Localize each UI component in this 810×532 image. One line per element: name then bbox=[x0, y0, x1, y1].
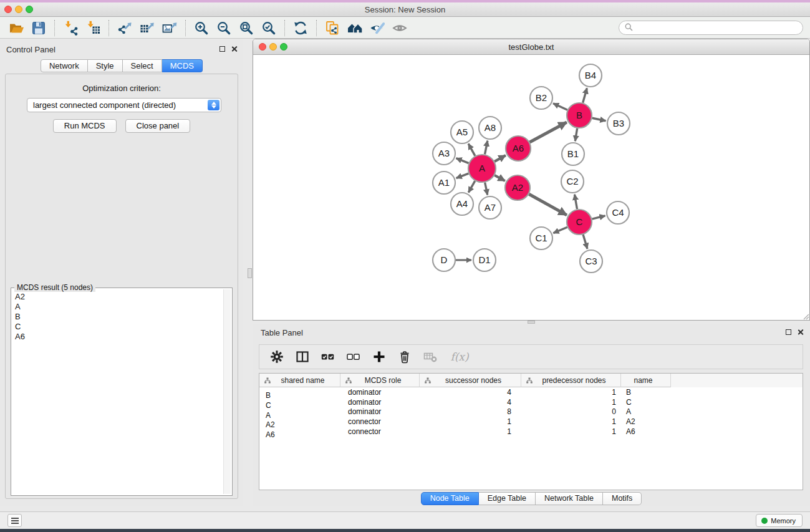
graph-edge-B-B1[interactable] bbox=[575, 128, 577, 142]
select-stepper-icon[interactable] bbox=[208, 100, 219, 110]
tab-mcds[interactable]: MCDS bbox=[162, 59, 203, 72]
zoom-selected-button[interactable] bbox=[258, 19, 280, 37]
result-item[interactable]: C bbox=[13, 322, 222, 332]
control-panel-title: Control Panel bbox=[6, 45, 55, 54]
export-image-button[interactable] bbox=[158, 19, 181, 37]
mcds-result-list[interactable]: A2ABCA6 bbox=[13, 292, 222, 493]
export-network-button[interactable] bbox=[113, 19, 136, 37]
result-item[interactable]: A2 bbox=[13, 292, 222, 302]
search-input[interactable] bbox=[619, 21, 803, 35]
split-columns-button[interactable] bbox=[295, 349, 310, 364]
graph-node-label: D bbox=[441, 254, 448, 265]
table-settings-button[interactable] bbox=[269, 349, 284, 364]
graph-edge-B-B4[interactable] bbox=[583, 88, 587, 103]
table-cell: 4 bbox=[420, 388, 521, 397]
zoom-out-button[interactable] bbox=[213, 19, 235, 37]
graph-edge-C-C3[interactable] bbox=[583, 235, 587, 249]
graph-edge-A-A5[interactable] bbox=[468, 143, 475, 155]
memory-indicator-icon bbox=[761, 518, 768, 524]
add-column-button[interactable] bbox=[372, 349, 387, 364]
refresh-button[interactable] bbox=[289, 19, 312, 37]
result-item[interactable]: B bbox=[13, 312, 222, 322]
function-builder-button[interactable]: f(x) bbox=[448, 349, 471, 364]
graph-edge-C-C2[interactable] bbox=[575, 195, 577, 210]
graph-edge-C-C1[interactable] bbox=[553, 227, 567, 233]
mcds-result-group: MCDS result (5 nodes) A2ABCA6 bbox=[11, 288, 233, 496]
column-header-label: predecessor nodes bbox=[533, 376, 620, 385]
table-cell: C bbox=[621, 398, 671, 407]
graph-edge-B-B3[interactable] bbox=[592, 118, 606, 121]
eye-icon bbox=[392, 21, 407, 36]
table-row[interactable]: A2connector11A2 bbox=[259, 417, 803, 427]
clone-network-button[interactable] bbox=[321, 19, 344, 37]
tab-network-table[interactable]: Network Table bbox=[536, 492, 603, 505]
hide-eye-button[interactable] bbox=[366, 19, 388, 37]
zoom-fit-icon bbox=[239, 21, 254, 36]
zoom-fit-button[interactable] bbox=[235, 19, 258, 37]
graph-edge-A-A1[interactable] bbox=[456, 173, 469, 178]
import-network-button[interactable] bbox=[59, 19, 82, 37]
delete-table-button[interactable] bbox=[423, 349, 438, 364]
graph-edge-A-A7[interactable] bbox=[485, 183, 488, 195]
result-item[interactable]: A bbox=[13, 302, 222, 312]
node-table[interactable]: shared nameMCDS rolesuccessor nodesprede… bbox=[259, 373, 803, 490]
show-eye-button[interactable] bbox=[388, 19, 411, 37]
graph-edge-B-B2[interactable] bbox=[553, 104, 567, 110]
mcds-panel: Optimization criterion: largest connecte… bbox=[5, 74, 238, 499]
zoom-in-button[interactable] bbox=[190, 19, 213, 37]
graph-edge-A6-B[interactable] bbox=[529, 122, 566, 142]
table-row[interactable]: A6connector11A6 bbox=[259, 427, 803, 437]
float-table-panel-icon[interactable] bbox=[786, 329, 791, 335]
table-row[interactable]: Cdominator41C bbox=[259, 397, 803, 407]
column-header-predecessor-nodes[interactable]: predecessor nodes bbox=[521, 374, 621, 387]
resize-grip-icon[interactable] bbox=[801, 312, 809, 320]
table-panel-title: Table Panel bbox=[261, 328, 303, 337]
criterion-select[interactable]: largest connected component (directed) bbox=[27, 98, 221, 112]
refresh-icon bbox=[293, 21, 308, 36]
export-table-button[interactable] bbox=[136, 19, 158, 37]
graph-edge-A-A8[interactable] bbox=[485, 141, 488, 155]
close-panel-icon[interactable] bbox=[231, 46, 238, 52]
graph-edge-A-A4[interactable] bbox=[468, 181, 475, 193]
houses-button[interactable] bbox=[344, 19, 366, 37]
memory-button[interactable]: Memory bbox=[756, 514, 803, 527]
table-cell: 1 bbox=[521, 427, 621, 436]
result-list-scrollbar[interactable] bbox=[223, 289, 231, 494]
float-panel-icon[interactable] bbox=[219, 46, 225, 52]
tab-edge-table[interactable]: Edge Table bbox=[479, 492, 536, 505]
save-session-button[interactable] bbox=[27, 19, 50, 37]
graph-edge-A-A2[interactable] bbox=[494, 175, 505, 181]
tab-node-table[interactable]: Node Table bbox=[421, 492, 479, 505]
close-table-panel-icon[interactable] bbox=[797, 329, 804, 336]
column-header-successor-nodes[interactable]: successor nodes bbox=[420, 374, 521, 387]
network-canvas[interactable]: AA1A3A5A8A4A7A6A2BB1B2B3B4CC1C2C3C4DD1 bbox=[253, 55, 809, 320]
network-graph[interactable]: AA1A3A5A8A4A7A6A2BB1B2B3B4CC1C2C3C4DD1 bbox=[253, 55, 809, 320]
table-row[interactable]: Adominator80A bbox=[259, 407, 803, 417]
tab-motifs[interactable]: Motifs bbox=[603, 492, 642, 505]
tab-select[interactable]: Select bbox=[123, 59, 162, 72]
open-session-button[interactable] bbox=[5, 19, 27, 37]
import-table-icon bbox=[85, 21, 100, 36]
graph-edge-A2-C[interactable] bbox=[529, 194, 567, 215]
split-handle-vertical[interactable] bbox=[248, 268, 252, 278]
run-mcds-button[interactable]: Run MCDS bbox=[53, 119, 117, 133]
graph-edge-C-C4[interactable] bbox=[592, 216, 605, 219]
tab-style[interactable]: Style bbox=[88, 59, 123, 72]
graph-edge-A-A3[interactable] bbox=[456, 158, 469, 163]
table-cell: 0 bbox=[521, 407, 621, 416]
import-table-button[interactable] bbox=[82, 19, 104, 37]
panel-chooser-button[interactable] bbox=[7, 514, 22, 527]
select-all-columns-button[interactable] bbox=[321, 349, 335, 364]
graph-edge-A-A6[interactable] bbox=[494, 155, 506, 162]
table-cell: A2 bbox=[621, 417, 671, 426]
column-header-name[interactable]: name bbox=[621, 374, 671, 387]
graph-node-label: C bbox=[576, 216, 583, 227]
table-row[interactable]: Bdominator41B bbox=[259, 387, 803, 397]
delete-column-button[interactable] bbox=[397, 349, 412, 364]
deselect-all-columns-button[interactable] bbox=[346, 349, 361, 364]
result-item[interactable]: A6 bbox=[13, 332, 222, 342]
network-window-titlebar[interactable]: testGlobe.txt bbox=[253, 39, 809, 55]
close-panel-button[interactable]: Close panel bbox=[125, 119, 191, 133]
tab-network[interactable]: Network bbox=[41, 59, 88, 72]
column-header-MCDS-role[interactable]: MCDS role bbox=[340, 374, 420, 387]
